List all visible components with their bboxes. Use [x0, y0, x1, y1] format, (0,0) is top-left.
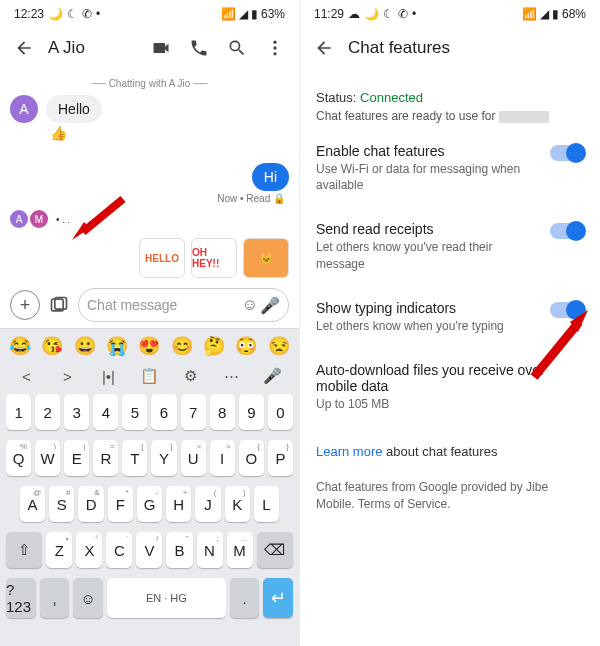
key-3[interactable]: 3 [64, 394, 89, 430]
shift-key[interactable]: ⇧ [6, 532, 42, 568]
key-L[interactable]: L [254, 486, 279, 522]
compose-bar: + Chat message ☺ 🎤 [0, 282, 299, 328]
key-K[interactable]: K) [225, 486, 250, 522]
keyboard-tool[interactable]: 🎤 [260, 367, 286, 385]
key-F[interactable]: F* [108, 486, 133, 522]
key-V[interactable]: V/ [136, 532, 162, 568]
key-B[interactable]: B" [166, 532, 192, 568]
number-row: 1234567890 [0, 389, 299, 435]
setting-typing-indicators[interactable]: Show typing indicators Let others know w… [316, 286, 584, 348]
keyboard-tool[interactable]: < [14, 368, 40, 385]
key-I[interactable]: I> [210, 440, 235, 476]
emoji-suggestion[interactable]: 😳 [235, 335, 257, 357]
status-label: Status: [316, 90, 360, 105]
back-button[interactable] [10, 34, 38, 62]
sticker-item[interactable]: HELLO [139, 238, 185, 278]
key-R[interactable]: R= [93, 440, 118, 476]
settings-scroll-area[interactable]: Status: Connected Chat features are read… [300, 72, 600, 521]
key-5[interactable]: 5 [122, 394, 147, 430]
back-button[interactable] [310, 34, 338, 62]
key-6[interactable]: 6 [151, 394, 176, 430]
comma-key[interactable]: , [40, 578, 70, 618]
emoji-suggestion[interactable]: 😭 [106, 335, 128, 357]
signal-icon: ◢ [239, 7, 248, 21]
period-key[interactable]: . [230, 578, 260, 618]
key-4[interactable]: 4 [93, 394, 118, 430]
key-Y[interactable]: Y] [151, 440, 176, 476]
key-9[interactable]: 9 [239, 394, 264, 430]
key-N[interactable]: N; [197, 532, 223, 568]
key-0[interactable]: 0 [268, 394, 293, 430]
key-Z[interactable]: Z• [46, 532, 72, 568]
key-7[interactable]: 7 [181, 394, 206, 430]
emoji-suggestion[interactable]: 😘 [41, 335, 63, 357]
overflow-menu-button[interactable] [261, 34, 289, 62]
setting-enable-chat[interactable]: Enable chat features Use Wi-Fi or data f… [316, 129, 584, 207]
video-call-button[interactable] [147, 34, 175, 62]
enter-key[interactable]: ↵ [263, 578, 293, 618]
key-M[interactable]: M… [227, 532, 253, 568]
emoji-suggestion[interactable]: 😀 [74, 335, 96, 357]
gallery-button[interactable] [46, 292, 72, 318]
attach-button[interactable]: + [10, 290, 40, 320]
keyboard-tool[interactable]: ⋯ [219, 367, 245, 385]
outgoing-message: Hi [10, 163, 289, 191]
contact-avatar[interactable]: A [10, 95, 38, 123]
toggle-switch[interactable] [550, 145, 584, 161]
key-O[interactable]: O{ [239, 440, 264, 476]
key-Q[interactable]: Q% [6, 440, 31, 476]
sticker-suggestions: HELLO OH HEY!! 🐱 [0, 232, 299, 282]
key-row-1: Q%W\E|R=T[Y]U<I>O{P} [0, 435, 299, 481]
space-key[interactable]: EN · HG [107, 578, 226, 618]
key-P[interactable]: P} [268, 440, 293, 476]
learn-more-link[interactable]: Learn more [316, 444, 382, 459]
battery-icon: ▮ [251, 7, 258, 21]
emoji-button[interactable]: ☺ [240, 296, 260, 314]
emoji-suggestion[interactable]: 😂 [9, 335, 31, 357]
settings-footer: Chat features from Google provided by Ji… [316, 479, 584, 513]
keyboard-tool[interactable]: 📋 [137, 367, 163, 385]
wifi-icon: 📶 [522, 7, 537, 21]
backspace-key[interactable]: ⌫ [257, 532, 293, 568]
key-J[interactable]: J( [195, 486, 220, 522]
key-2[interactable]: 2 [35, 394, 60, 430]
keyboard-tool[interactable]: > [55, 368, 81, 385]
sticker-item[interactable]: 🐱 [243, 238, 289, 278]
key-W[interactable]: W\ [35, 440, 60, 476]
symbols-key[interactable]: ?123 [6, 578, 36, 618]
key-U[interactable]: U< [181, 440, 206, 476]
emoji-suggestion[interactable]: 😊 [171, 335, 193, 357]
setting-auto-download[interactable]: Auto-download files you receive over mob… [316, 348, 584, 426]
chat-scroll-area[interactable]: ── Chatting with A Jio ── A Hello 👍 Hi N… [0, 72, 299, 232]
key-H[interactable]: H+ [166, 486, 191, 522]
keyboard-tool[interactable]: |•| [96, 368, 122, 385]
message-input[interactable]: Chat message ☺ 🎤 [78, 288, 289, 322]
key-A[interactable]: A@ [20, 486, 45, 522]
key-1[interactable]: 1 [6, 394, 31, 430]
message-reaction[interactable]: 👍 [50, 125, 289, 141]
incoming-bubble[interactable]: Hello [46, 95, 102, 123]
keyboard-tool[interactable]: ⚙ [178, 367, 204, 385]
key-C[interactable]: C` [106, 532, 132, 568]
emoji-suggestion[interactable]: 😍 [138, 335, 160, 357]
key-X[interactable]: X° [76, 532, 102, 568]
emoji-suggestion[interactable]: 😒 [268, 335, 290, 357]
toggle-switch[interactable] [550, 302, 584, 318]
key-S[interactable]: S# [49, 486, 74, 522]
battery-icon: ▮ [552, 7, 559, 21]
key-E[interactable]: E| [64, 440, 89, 476]
setting-read-receipts[interactable]: Send read receipts Let others know you'v… [316, 207, 584, 285]
outgoing-bubble[interactable]: Hi [252, 163, 289, 191]
emoji-suggestion[interactable]: 🤔 [203, 335, 225, 357]
key-T[interactable]: T[ [122, 440, 147, 476]
mic-button[interactable]: 🎤 [260, 296, 280, 315]
toggle-switch[interactable] [550, 223, 584, 239]
voice-call-button[interactable] [185, 34, 213, 62]
key-D[interactable]: D& [78, 486, 103, 522]
key-8[interactable]: 8 [210, 394, 235, 430]
emoji-key[interactable]: ☺ [73, 578, 103, 618]
key-G[interactable]: G- [137, 486, 162, 522]
search-button[interactable] [223, 34, 251, 62]
sticker-item[interactable]: OH HEY!! [191, 238, 237, 278]
typing-avatar-a: A [10, 210, 28, 228]
